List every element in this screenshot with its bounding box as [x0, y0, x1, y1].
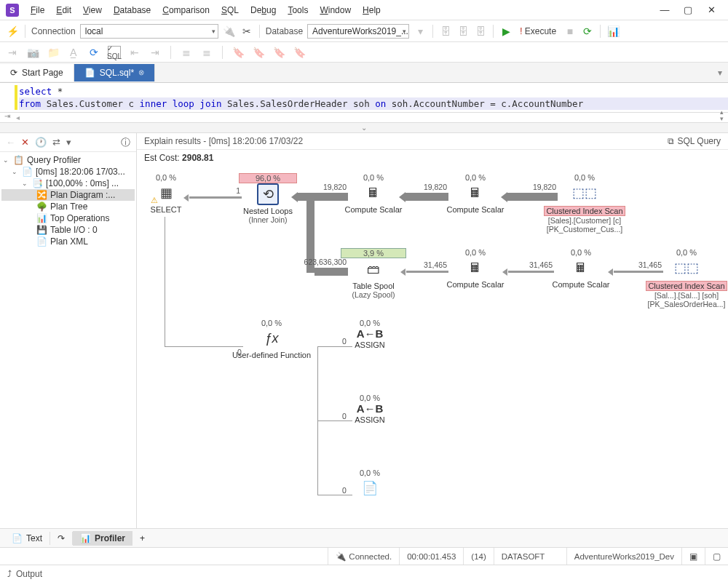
status-bar: 🔌Connected. 00:00:01.453 (14) DATASOFT A…	[0, 547, 728, 565]
main-toolbar: ⚡ Connection local 🔌 ✂ Database Adventur…	[0, 20, 728, 42]
connection-dropdown[interactable]: local	[80, 24, 218, 39]
menu-debug[interactable]: Debug	[246, 4, 280, 17]
plan-canvas[interactable]: 0,0 % ▦⚠ SELECT 96,0 % ⟲ Nested Loops (I…	[137, 166, 728, 528]
menu-view[interactable]: View	[79, 4, 106, 17]
node-clustered-index-scan-2[interactable]: 0,0 % ⬚⬚ Clustered Index Scan [Sal...].[…	[643, 248, 728, 308]
menu-help[interactable]: Help	[358, 4, 385, 17]
maximize-button[interactable]: ▢	[683, 5, 693, 15]
status-layout-2[interactable]: ▢	[705, 548, 728, 565]
db-tool-3: 🗄	[474, 25, 487, 38]
db-icon-1: ▾	[414, 25, 427, 38]
output-icon: ⤴	[7, 569, 12, 579]
arrow: 19,820	[405, 193, 448, 201]
tab-arrow[interactable]: ↷	[50, 531, 72, 546]
db-tool-1: 🗄	[439, 25, 452, 38]
status-connected: 🔌Connected.	[328, 548, 399, 565]
run-icon[interactable]: ▶	[499, 25, 513, 38]
align2-icon: ≣	[200, 46, 213, 59]
menu-database[interactable]: Database	[109, 4, 155, 17]
compute-scalar-icon: 🖩	[570, 257, 592, 279]
sql-query-button[interactable]: ⧉ SQL Query	[668, 136, 721, 146]
tree-timestamp[interactable]: ⌄📄 [0ms] 18:20:06 17/03...	[1, 166, 135, 178]
refresh-icon[interactable]: ⟳	[87, 46, 100, 59]
tab-sql-file[interactable]: 📄 SQL.sql* ⊗	[74, 64, 155, 81]
horizontal-splitter[interactable]: ⌄	[0, 123, 728, 133]
execute-button[interactable]: !Execute	[517, 25, 559, 36]
tree-top-operations[interactable]: 📊 Top Operations	[1, 212, 135, 224]
arrow: 31,465	[508, 271, 554, 273]
select-icon: ▦⚠	[155, 182, 177, 204]
arrow: 623,636,300	[314, 268, 348, 276]
bookmark-icon: 🔖	[232, 46, 245, 59]
tree-table-io[interactable]: 💾 Table I/O : 0	[1, 224, 135, 236]
index-scan-icon: ⬚⬚	[574, 182, 596, 204]
connector	[165, 217, 165, 346]
settings-icon[interactable]: ▾	[66, 137, 71, 148]
menu-tools[interactable]: Tools	[283, 4, 312, 17]
status-layout-1[interactable]: ▣	[681, 548, 705, 565]
compare-icon[interactable]: ⇄	[52, 137, 60, 148]
tab-text[interactable]: 📄 Text	[4, 531, 50, 546]
compute-scalar-icon: 🖩	[464, 182, 486, 204]
menu-comparison[interactable]: Comparison	[158, 4, 214, 17]
status-host: DATASOFT	[494, 548, 566, 565]
tree-plan-diagram[interactable]: 🔀 Plan Diagram :...	[1, 189, 135, 201]
tab-close-icon[interactable]: ⊗	[138, 68, 144, 76]
plan-panel: Explain results - [0ms] 18:20:06 17/03/2…	[137, 133, 728, 528]
disconnect-icon[interactable]: ✂	[240, 25, 253, 38]
tree-plan-xml[interactable]: 📄 Plan XML	[1, 236, 135, 247]
node-table-spool[interactable]: 3,9 % 🗃 Table Spool (Lazy Spool)	[341, 248, 406, 299]
profiler-icon[interactable]: 📊	[606, 25, 620, 38]
stop-icon: ■	[563, 25, 577, 38]
menu-edit[interactable]: Edit	[52, 4, 76, 17]
edit-toolbar: ⇥ 📷 📁 A̲ ⟳ ✓SQL ⇤ ⇥ ≣ ≣ 🔖 🔖 🔖 🔖	[0, 42, 728, 63]
node-udf[interactable]: 0,0 % ƒx User-defined Function	[232, 319, 312, 359]
status-db: AdventureWorks2019_Dev	[566, 548, 681, 565]
delete-icon[interactable]: ✕	[21, 137, 29, 148]
status-rows: (14)	[463, 548, 493, 565]
minimize-button[interactable]: —	[660, 5, 670, 15]
node-compute-scalar-4[interactable]: 0,0 % 🖩 Compute Scalar	[548, 248, 614, 289]
database-dropdown[interactable]: AdventureWorks2019_...	[307, 24, 409, 39]
menu-file[interactable]: FFileile	[26, 4, 49, 17]
node-compute-scalar-2[interactable]: 0,0 % 🖩 Compute Scalar	[443, 173, 508, 214]
back-icon: ←	[6, 137, 15, 148]
connector	[165, 346, 243, 347]
menu-sql[interactable]: SQL	[217, 4, 243, 17]
node-assign-1[interactable]: 0,0 % A←B ASSIGN	[348, 319, 392, 349]
new-connection-icon[interactable]: ⚡	[6, 25, 19, 38]
tree-root[interactable]: ⌄📋 Query Profiler	[1, 154, 135, 166]
connection-label: Connection	[31, 26, 76, 36]
history-icon[interactable]: 🕐	[35, 137, 47, 148]
output-label: Output	[16, 569, 42, 579]
node-compute-scalar-1[interactable]: 0,0 % 🖩 Compute Scalar	[341, 173, 406, 214]
sql-editor[interactable]: select * from Sales.Customer c inner loo…	[0, 83, 728, 113]
folder-icon: 📁	[47, 46, 60, 59]
output-bar[interactable]: ⤴ Output	[0, 565, 728, 582]
tab-profiler[interactable]: 📊 Profiler	[73, 531, 132, 546]
tab-start-page[interactable]: ⟳ Start Page	[0, 64, 74, 81]
menu-window[interactable]: Window	[315, 4, 355, 17]
outdent-icon: ⇤	[128, 46, 141, 59]
connector	[317, 420, 352, 421]
node-nested-loops[interactable]: 96,0 % ⟲ Nested Loops (Inner Join)	[239, 173, 297, 224]
node-select[interactable]: 0,0 % ▦⚠ SELECT	[144, 173, 188, 214]
db-tool-2: 🗄	[456, 25, 470, 38]
i2-icon: ⇥	[149, 46, 162, 59]
info-icon[interactable]: ⓘ	[121, 136, 130, 149]
tree-percent[interactable]: ⌄📑 [100,00% : 0ms] ...	[1, 178, 135, 189]
add-tab-button[interactable]: +	[132, 531, 152, 546]
node-assign-2[interactable]: 0,0 % A←B ASSIGN	[348, 394, 392, 424]
compute-scalar-icon: 🖩	[464, 257, 486, 279]
node-xml[interactable]: 0,0 % 📄	[348, 469, 392, 501]
connect-icon: 🔌	[223, 25, 236, 38]
arrow: 1	[189, 196, 242, 199]
compute-scalar-icon: 🖩	[363, 182, 384, 204]
node-compute-scalar-3[interactable]: 0,0 % 🖩 Compute Scalar	[443, 248, 508, 289]
udf-icon: ƒx	[261, 327, 282, 349]
sql-format-icon[interactable]: ✓SQL	[108, 46, 121, 59]
refresh-exec-icon[interactable]: ⟳	[581, 25, 594, 38]
tab-menu-icon[interactable]: ▾	[712, 68, 728, 78]
close-button[interactable]: ✕	[706, 5, 716, 15]
tree-plan-tree[interactable]: 🌳 Plan Tree	[1, 201, 135, 212]
